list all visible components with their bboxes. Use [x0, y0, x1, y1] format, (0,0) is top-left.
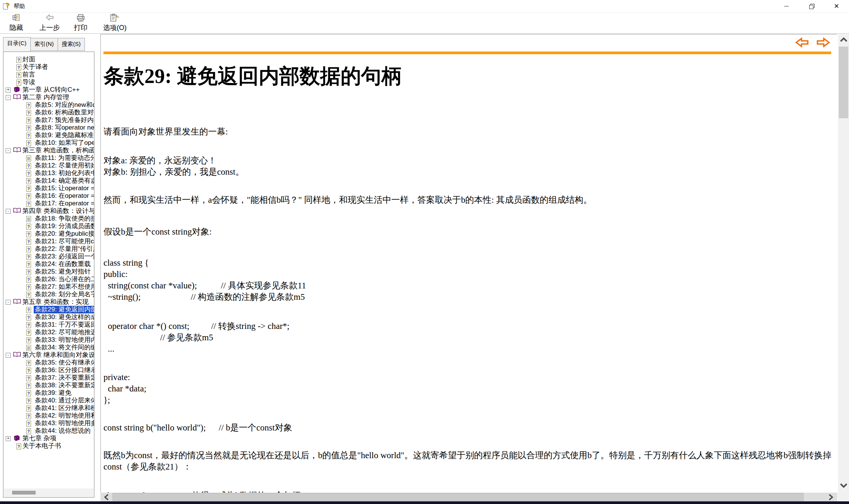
toc-item-label[interactable]: 条款33: 明智地使用内联	[34, 336, 94, 344]
toc-item-label[interactable]: 条款32: 尽可能地推迟	[34, 329, 94, 336]
toc-item-label[interactable]: 条款11: 为需要动态分配内存的类	[34, 154, 94, 162]
toc-item[interactable]: ?条款15: 让operator =	[3, 185, 94, 192]
toc-item-label[interactable]: 条款21: 尽可能使用const	[34, 238, 94, 245]
toc-item-label[interactable]: 前言	[21, 71, 36, 78]
toc-item[interactable]: ?条款23: 必须返回一个对象	[3, 253, 94, 260]
toc-item[interactable]: ?条款41: 区分继承和模板	[3, 404, 94, 412]
toc-item-label[interactable]: 条款19: 分清成员函数	[34, 222, 94, 230]
toc-item-label[interactable]: 条款23: 必须返回一个对象	[34, 253, 94, 260]
minimize-button[interactable]	[774, 0, 799, 12]
toc-item[interactable]: ?条款31: 千万不要返回	[3, 321, 94, 329]
toc-item-label[interactable]: 条款34: 将文件间的编译依赖	[34, 344, 94, 351]
toc-item[interactable]: ?条款36: 区分接口继承	[3, 366, 94, 374]
toc-item-label[interactable]: 第五章 类和函数：实现	[21, 298, 90, 306]
toc-item[interactable]: ?条款26: 当心潜在的二义性	[3, 275, 94, 283]
toc-item-label[interactable]: 封面	[21, 56, 36, 63]
tab-目录(C)[interactable]: 目录(C)	[3, 37, 31, 52]
toc-item[interactable]: ?条款13: 初始化列表中成员	[3, 169, 94, 177]
toc-item[interactable]: ?条款5: 对应的new和delete要采用相同形式	[3, 101, 94, 109]
toc-item[interactable]: 条款18: 争取使类的接口完整	[3, 215, 94, 222]
toc-item-label[interactable]: 条款28: 划分全局名字空间	[34, 291, 94, 298]
collapse-icon[interactable]: -	[6, 148, 11, 153]
toc-item-label[interactable]: 条款24: 在函数重载	[34, 260, 92, 268]
toc-item-label[interactable]: 条款29: 避免返回内部数据的句柄	[34, 306, 94, 313]
toc-item[interactable]: ?条款43: 明智地使用多继承	[3, 419, 94, 427]
toc-entry[interactable]: -第六章 继承和面向对象设计	[3, 351, 94, 359]
tree-scrollbar-thumb[interactable]	[12, 491, 36, 495]
toc-item-label[interactable]: 第二章 内存管理	[21, 94, 70, 101]
toc-item-label[interactable]: 条款16: 在operator =	[34, 192, 94, 200]
toc-item[interactable]: 条款34: 将文件间的编译依赖	[3, 344, 94, 351]
collapse-icon[interactable]: -	[6, 353, 11, 358]
toc-item-label[interactable]: 条款12: 尽量使用初始化	[34, 162, 94, 169]
toc-item-label[interactable]: 条款38: 决不要重新定义	[34, 382, 94, 389]
toc-item[interactable]: ?条款22: 尽量用“传引用”	[3, 245, 94, 253]
collapse-icon[interactable]: -	[6, 300, 11, 305]
toc-item-label[interactable]: 条款44: 说你想说的	[34, 427, 92, 435]
toc-item-label[interactable]: 关于译者	[21, 63, 49, 71]
toc-item[interactable]: ?条款10: 如果写了operator new	[3, 139, 94, 147]
toc-item-label[interactable]: 条款35: 使公有继承体现	[34, 359, 94, 366]
toc-entry[interactable]: -第五章 类和函数：实现	[3, 298, 94, 306]
toc-item[interactable]: 条款11: 为需要动态分配内存的类	[3, 154, 94, 162]
toc-item-label[interactable]: 条款39: 避免	[34, 389, 72, 397]
toc-entry[interactable]: +第七章 杂项	[3, 435, 94, 442]
horizontal-scrollbar-thumb[interactable]	[113, 493, 804, 501]
toc-item[interactable]: ?条款30: 避免这样的成员函数	[3, 313, 94, 321]
toc-item[interactable]: ?条款27: 如果不想使用	[3, 283, 94, 291]
toc-item-label[interactable]: 条款27: 如果不想使用	[34, 283, 94, 291]
toc-item-label[interactable]: 第七章 杂项	[21, 435, 58, 442]
maximize-button[interactable]	[799, 0, 824, 12]
toc-entry[interactable]: +第一章 从C转向C++	[3, 86, 94, 94]
toc-item-label[interactable]: 条款36: 区分接口继承	[34, 366, 94, 374]
toc-item-label[interactable]: 条款20: 避免public接口	[34, 230, 94, 238]
toc-item[interactable]: ?条款9: 避免隐藏标准形式的new	[3, 131, 94, 139]
toc-item[interactable]: ?条款20: 避免public接口	[3, 230, 94, 238]
toc-item-label[interactable]: 条款17: 在operator =	[34, 200, 94, 207]
options-button[interactable]: 选项(O)	[99, 13, 131, 33]
toc-item[interactable]: ?条款19: 分清成员函数	[3, 222, 94, 230]
next-topic-arrow-icon[interactable]	[816, 37, 830, 48]
toc-item-label[interactable]: 条款37: 决不要重新定义	[34, 374, 94, 382]
toc-item[interactable]: ?条款6: 析构函数里对指针成员调用delete	[3, 109, 94, 116]
scroll-right-icon[interactable]	[826, 493, 836, 501]
print-button[interactable]: 打印	[69, 13, 92, 33]
tab-索引(N)[interactable]: 索引(N)	[31, 38, 58, 51]
toc-item[interactable]: ?条款21: 尽可能使用const	[3, 238, 94, 245]
toc-item[interactable]: ?条款24: 在函数重载	[3, 260, 94, 268]
collapse-icon[interactable]: -	[6, 209, 11, 214]
toc-item-label[interactable]: 条款26: 当心潜在的二义性	[34, 275, 94, 283]
toc-item[interactable]: ?条款25: 避免对指针	[3, 268, 94, 275]
toc-entry[interactable]: -第二章 内存管理	[3, 94, 94, 101]
toc-item-label[interactable]: 条款41: 区分继承和模板	[34, 404, 94, 412]
toc-item[interactable]: ?条款28: 划分全局名字空间	[3, 291, 94, 298]
toc-item-label[interactable]: 条款6: 析构函数里对指针成员调用delete	[34, 109, 94, 116]
toc-item-label[interactable]: 条款13: 初始化列表中成员	[34, 169, 94, 177]
toc-item[interactable]: ?条款38: 决不要重新定义	[3, 382, 94, 389]
toc-item[interactable]: ?条款8: 写operator new和operator delete	[3, 124, 94, 131]
toc-entry[interactable]: ?导读	[3, 78, 94, 86]
back-button[interactable]: 上一步	[36, 13, 63, 33]
toc-item-label[interactable]: 条款7: 预先准备好内存不够的情况	[34, 116, 94, 124]
hide-button[interactable]: 隐藏	[4, 13, 29, 33]
toc-item[interactable]: ?条款33: 明智地使用内联	[3, 336, 94, 344]
toc-entry[interactable]: ?封面	[3, 56, 94, 63]
toc-entry[interactable]: -第三章 构造函数，析构函数	[3, 147, 94, 154]
toc-item[interactable]: ?条款14: 确定基类有虚析构函数	[3, 177, 94, 185]
toc-item-label[interactable]: 条款22: 尽量用“传引用”	[34, 245, 94, 253]
collapse-icon[interactable]: -	[6, 95, 11, 100]
toc-item[interactable]: ?条款37: 决不要重新定义	[3, 374, 94, 382]
toc-item-label[interactable]: 条款31: 千万不要返回	[34, 321, 94, 329]
toc-item-label[interactable]: 条款30: 避免这样的成员函数	[34, 313, 94, 321]
expand-icon[interactable]: +	[6, 88, 11, 92]
toc-item-label[interactable]: 条款43: 明智地使用多继承	[34, 419, 94, 427]
tree-horizontal-scrollbar[interactable]	[4, 488, 94, 497]
toc-item[interactable]: ?条款42: 明智地使用私有继承	[3, 412, 94, 419]
toc-item-label[interactable]: 关于本电子书	[21, 442, 62, 450]
toc-item-label[interactable]: 条款5: 对应的new和delete要采用相同形式	[34, 101, 94, 109]
toc-entry[interactable]: -第四章 类和函数：设计与声明	[3, 207, 94, 215]
toc-item[interactable]: ?条款40: 通过分层来体现	[3, 397, 94, 404]
content-vertical-scrollbar[interactable]	[838, 34, 849, 493]
scroll-down-icon[interactable]	[838, 481, 849, 490]
close-button[interactable]: ✕	[824, 0, 849, 12]
